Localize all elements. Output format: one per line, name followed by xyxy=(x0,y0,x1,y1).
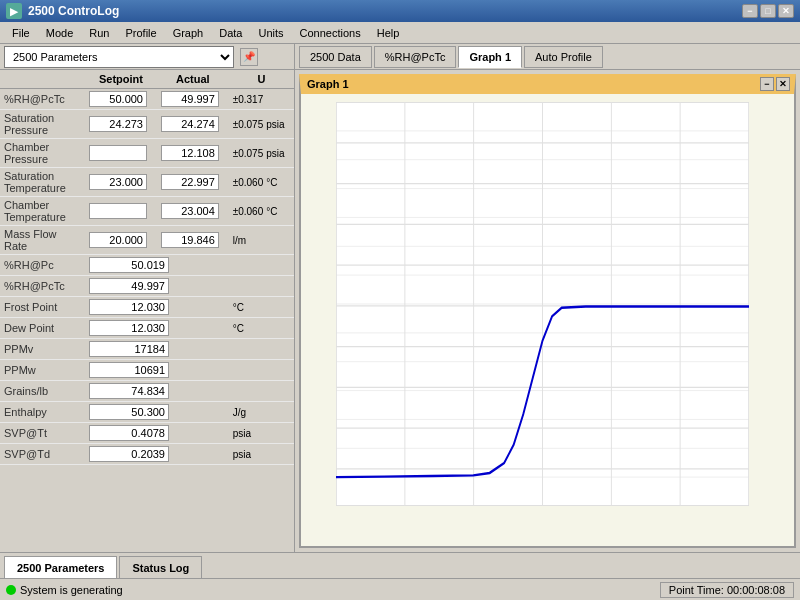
actual-chamber-pressure[interactable] xyxy=(161,145,219,161)
status-message: System is generating xyxy=(20,584,123,596)
actual-rh-pctc[interactable] xyxy=(161,91,219,107)
actual-chamber-temp[interactable] xyxy=(161,203,219,219)
bottom-tab-status[interactable]: Status Log xyxy=(119,556,202,578)
panel-selector[interactable]: 2500 Parameters xyxy=(4,46,234,68)
actual-sat-pressure[interactable] xyxy=(161,116,219,132)
table-row: %RH@Pc xyxy=(0,255,294,276)
param-unit xyxy=(229,255,294,276)
setpoint-mass-flow[interactable] xyxy=(89,232,147,248)
param-name: Mass FlowRate xyxy=(0,226,85,255)
param-value-cell xyxy=(85,360,229,381)
status-indicator xyxy=(6,585,16,595)
param-uncertainty: ±0.317 xyxy=(229,89,294,110)
param-value-cell xyxy=(85,423,229,444)
setpoint-chamber-pressure[interactable] xyxy=(89,145,147,161)
param-setpoint-cell xyxy=(85,110,157,139)
graph-controls: − ✕ xyxy=(760,74,790,94)
value-svp-td[interactable] xyxy=(89,446,169,462)
param-setpoint-cell xyxy=(85,226,157,255)
param-uncertainty: ±0.075 psia xyxy=(229,139,294,168)
app-title: 2500 ControLog xyxy=(28,4,742,18)
menu-units[interactable]: Units xyxy=(250,23,291,43)
param-name: SVP@Tt xyxy=(0,423,85,444)
value-ppmw[interactable] xyxy=(89,362,169,378)
menu-bar: File Mode Run Profile Graph Data Units C… xyxy=(0,22,800,44)
menu-run[interactable]: Run xyxy=(81,23,117,43)
tab-graph1[interactable]: Graph 1 xyxy=(458,46,522,68)
param-name: SVP@Td xyxy=(0,444,85,465)
window-controls: − □ ✕ xyxy=(742,4,794,18)
table-row: SVP@Tt psia xyxy=(0,423,294,444)
value-enthalpy[interactable] xyxy=(89,404,169,420)
param-value-cell xyxy=(85,276,229,297)
value-frost-point[interactable] xyxy=(89,299,169,315)
params-table: Setpoint Actual U %RH@PcTc ±0.317 Satura… xyxy=(0,70,294,465)
bottom-tabs: 2500 Parameters Status Log xyxy=(0,552,800,578)
param-name: SaturationPressure xyxy=(0,110,85,139)
param-name: Dew Point xyxy=(0,318,85,339)
param-setpoint-cell xyxy=(85,139,157,168)
value-grains-lb[interactable] xyxy=(89,383,169,399)
minimize-button[interactable]: − xyxy=(742,4,758,18)
right-panel: Graph 1 − ✕ xyxy=(295,70,800,552)
value-svp-tt[interactable] xyxy=(89,425,169,441)
panel-pin-button[interactable]: 📌 xyxy=(240,48,258,66)
maximize-button[interactable]: □ xyxy=(760,4,776,18)
menu-data[interactable]: Data xyxy=(211,23,250,43)
setpoint-sat-pressure[interactable] xyxy=(89,116,147,132)
param-actual-cell xyxy=(157,226,229,255)
menu-file[interactable]: File xyxy=(4,23,38,43)
setpoint-rh-pctc[interactable] xyxy=(89,91,147,107)
menu-help[interactable]: Help xyxy=(369,23,408,43)
param-name: %RH@PcTc xyxy=(0,89,85,110)
bottom-tab-params[interactable]: 2500 Parameters xyxy=(4,556,117,578)
panel-selector-area: 2500 Parameters 📌 xyxy=(0,44,295,69)
param-name: %RH@PcTc xyxy=(0,276,85,297)
table-row: ChamberTemperature ±0.060 °C xyxy=(0,197,294,226)
col-header-name xyxy=(0,70,85,89)
actual-mass-flow[interactable] xyxy=(161,232,219,248)
setpoint-sat-temp[interactable] xyxy=(89,174,147,190)
graph-area: 85 80 75 70 65 60 55 50 45 40 35 85 80 xyxy=(301,94,794,546)
actual-sat-temp[interactable] xyxy=(161,174,219,190)
param-unit: psia xyxy=(229,423,294,444)
value-rh-pctc2[interactable] xyxy=(89,278,169,294)
table-row: SVP@Td psia xyxy=(0,444,294,465)
tab-2500-data[interactable]: 2500 Data xyxy=(299,46,372,68)
graph-pin-button[interactable]: − xyxy=(760,77,774,91)
col-header-setpoint: Setpoint xyxy=(85,70,157,89)
graph-close-button[interactable]: ✕ xyxy=(776,77,790,91)
param-name: SaturationTemperature xyxy=(0,168,85,197)
param-name: ChamberPressure xyxy=(0,139,85,168)
param-name: Grains/lb xyxy=(0,381,85,402)
param-setpoint-cell xyxy=(85,89,157,110)
param-name: PPMw xyxy=(0,360,85,381)
menu-mode[interactable]: Mode xyxy=(38,23,82,43)
param-actual-cell xyxy=(157,139,229,168)
menu-connections[interactable]: Connections xyxy=(292,23,369,43)
setpoint-chamber-temp[interactable] xyxy=(89,203,147,219)
table-row: Frost Point °C xyxy=(0,297,294,318)
menu-graph[interactable]: Graph xyxy=(165,23,212,43)
param-name: PPMv xyxy=(0,339,85,360)
col-header-u: U xyxy=(229,70,294,89)
close-button[interactable]: ✕ xyxy=(778,4,794,18)
value-dew-point[interactable] xyxy=(89,320,169,336)
tab-rh-pctc[interactable]: %RH@PcTc xyxy=(374,46,457,68)
param-uncertainty: ±0.075 psia xyxy=(229,110,294,139)
table-row: PPMv xyxy=(0,339,294,360)
table-row: %RH@PcTc xyxy=(0,276,294,297)
value-rh-pc[interactable] xyxy=(89,257,169,273)
param-unit: °C xyxy=(229,297,294,318)
param-value-cell xyxy=(85,339,229,360)
table-row: Grains/lb xyxy=(0,381,294,402)
menu-profile[interactable]: Profile xyxy=(117,23,164,43)
param-actual-cell xyxy=(157,110,229,139)
param-actual-cell xyxy=(157,197,229,226)
tab-bar: 2500 Data %RH@PcTc Graph 1 Auto Profile xyxy=(295,44,800,69)
table-row: Enthalpy J/g xyxy=(0,402,294,423)
value-ppmv[interactable] xyxy=(89,341,169,357)
param-name: %RH@Pc xyxy=(0,255,85,276)
tab-auto-profile[interactable]: Auto Profile xyxy=(524,46,603,68)
param-uncertainty: ±0.060 °C xyxy=(229,197,294,226)
